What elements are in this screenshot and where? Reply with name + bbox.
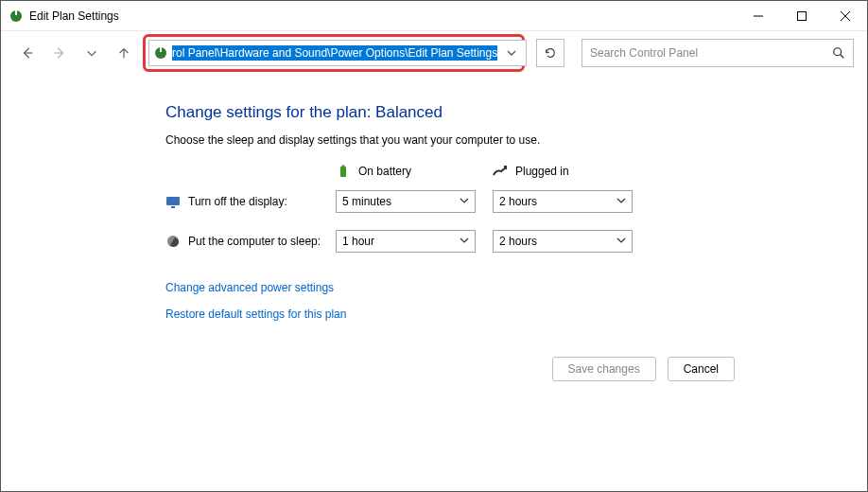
titlebar: Edit Plan Settings [1, 1, 867, 31]
app-icon [9, 9, 24, 24]
columns-header: On battery Plugged in [336, 164, 867, 179]
close-button[interactable] [824, 1, 867, 31]
column-plugged-label: Plugged in [515, 165, 569, 178]
window-controls [737, 1, 867, 31]
chevron-down-icon [616, 235, 626, 248]
nav-recent-button[interactable] [78, 40, 105, 66]
nav-forward-button[interactable] [46, 40, 73, 66]
link-restore-defaults[interactable]: Restore default settings for this plan [165, 308, 867, 321]
search-input[interactable] [590, 46, 832, 60]
select-sleep-battery[interactable]: 1 hour [336, 230, 476, 253]
svg-rect-14 [504, 166, 507, 169]
page-heading: Change settings for the plan: Balanced [165, 103, 867, 122]
svg-rect-16 [171, 206, 175, 208]
chevron-down-icon [616, 195, 626, 208]
address-path[interactable]: rol Panel\Hardware and Sound\Power Optio… [172, 45, 497, 61]
plug-icon [493, 164, 508, 179]
row-sleep-label-wrap: Put the computer to sleep: [165, 234, 336, 249]
content-area: Change settings for the plan: Balanced C… [1, 75, 867, 321]
save-button[interactable]: Save changes [552, 357, 656, 381]
sleep-icon [165, 234, 181, 249]
row-sleep: Put the computer to sleep: 1 hour 2 hour… [165, 230, 867, 253]
page-description: Choose the sleep and display settings th… [165, 133, 867, 147]
select-display-plugged-value: 2 hours [499, 195, 537, 208]
battery-icon [336, 164, 351, 179]
row-sleep-label: Put the computer to sleep: [188, 235, 321, 248]
svg-point-10 [834, 48, 842, 56]
svg-rect-15 [166, 197, 180, 205]
row-display-label-wrap: Turn off the display: [165, 194, 336, 209]
window-title: Edit Plan Settings [29, 9, 119, 23]
select-display-battery-value: 5 minutes [342, 195, 391, 208]
search-box[interactable] [582, 39, 854, 67]
link-advanced-settings[interactable]: Change advanced power settings [165, 281, 867, 294]
maximize-button[interactable] [780, 1, 824, 31]
cancel-button[interactable]: Cancel [668, 357, 735, 381]
chevron-down-icon [460, 235, 469, 248]
refresh-button[interactable] [536, 39, 564, 67]
svg-rect-13 [342, 166, 345, 167]
row-display: Turn off the display: 5 minutes 2 hours [165, 190, 867, 213]
navigation-row: rol Panel\Hardware and Sound\Power Optio… [1, 31, 867, 75]
select-sleep-plugged[interactable]: 2 hours [493, 230, 633, 253]
select-display-plugged[interactable]: 2 hours [493, 190, 633, 213]
address-bar-highlight: rol Panel\Hardware and Sound\Power Optio… [143, 34, 525, 72]
column-battery: On battery [336, 164, 476, 179]
search-icon [832, 46, 845, 60]
column-battery-label: On battery [358, 165, 411, 178]
svg-line-11 [841, 55, 844, 59]
links-section: Change advanced power settings Restore d… [165, 281, 867, 321]
nav-back-button[interactable] [14, 40, 41, 66]
display-icon [165, 194, 181, 209]
address-bar[interactable]: rol Panel\Hardware and Sound\Power Optio… [148, 40, 527, 66]
select-sleep-battery-value: 1 hour [342, 235, 374, 248]
column-plugged: Plugged in [493, 164, 633, 179]
chevron-down-icon [460, 195, 469, 208]
address-icon [153, 45, 168, 61]
svg-rect-3 [798, 11, 807, 20]
svg-rect-9 [160, 47, 162, 52]
titlebar-left: Edit Plan Settings [9, 9, 119, 24]
svg-rect-12 [340, 167, 346, 177]
minimize-button[interactable] [737, 1, 780, 31]
svg-rect-1 [15, 10, 17, 15]
select-sleep-plugged-value: 2 hours [499, 235, 537, 248]
nav-up-button[interactable] [111, 40, 137, 66]
row-display-label: Turn off the display: [188, 195, 287, 208]
footer-buttons: Save changes Cancel [1, 357, 867, 381]
address-history-button[interactable] [501, 41, 522, 65]
select-display-battery[interactable]: 5 minutes [336, 190, 476, 213]
